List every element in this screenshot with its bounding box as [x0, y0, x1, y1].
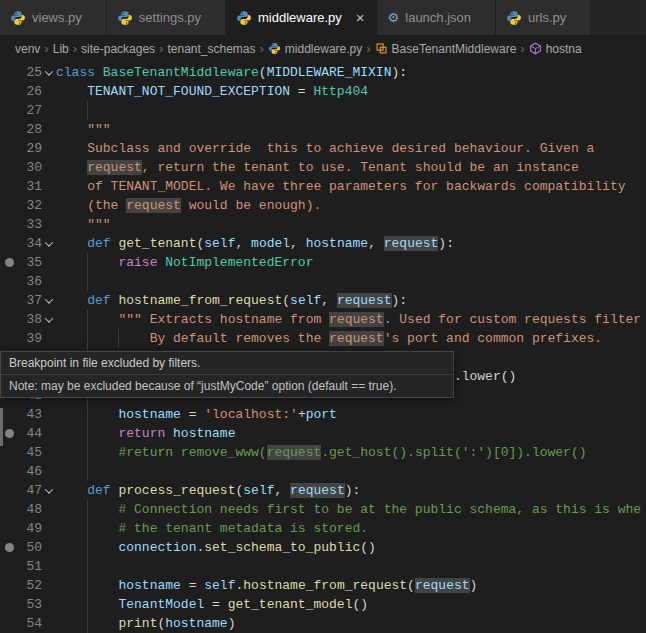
token: request: [337, 293, 392, 308]
breakpoint-gutter[interactable]: [0, 272, 18, 291]
line-number[interactable]: 49: [18, 519, 42, 538]
line-number[interactable]: 53: [18, 595, 42, 614]
line-number[interactable]: 44: [18, 424, 42, 443]
breakpoint-gutter[interactable]: [0, 481, 18, 500]
breadcrumb-item-venv[interactable]: venv: [15, 42, 40, 56]
code-text: def hostname_from_request(self, request)…: [56, 291, 646, 310]
breakpoint-gutter[interactable]: [0, 101, 18, 120]
breakpoint-gutter[interactable]: [0, 462, 18, 481]
line-number[interactable]: 34: [18, 234, 42, 253]
line-number[interactable]: 51: [18, 557, 42, 576]
token: (: [259, 65, 267, 80]
line-number[interactable]: 38: [18, 310, 42, 329]
breakpoint-gutter[interactable]: [0, 291, 18, 310]
breakpoint-gutter[interactable]: [0, 196, 18, 215]
token: MIDDLEWARE_MIXIN: [267, 65, 392, 80]
line-number[interactable]: 33: [18, 215, 42, 234]
fold-gutter: [42, 443, 56, 462]
breakpoint-icon[interactable]: [5, 543, 14, 552]
line-number[interactable]: 43: [18, 405, 42, 424]
token: [56, 540, 118, 555]
line-number[interactable]: 31: [18, 177, 42, 196]
breakpoint-gutter[interactable]: [0, 158, 18, 177]
line-number[interactable]: 29: [18, 139, 42, 158]
breakpoint-gutter[interactable]: [0, 329, 18, 348]
breakpoint-icon[interactable]: [5, 429, 14, 438]
breakpoint-gutter[interactable]: [0, 139, 18, 158]
code-line: 26 TENANT_NOT_FOUND_EXCEPTION = Http404: [0, 82, 646, 101]
line-number[interactable]: 46: [18, 462, 42, 481]
fold-gutter[interactable]: [42, 291, 56, 310]
line-number[interactable]: 39: [18, 329, 42, 348]
breakpoint-gutter[interactable]: [0, 82, 18, 101]
line-number[interactable]: 25: [18, 63, 42, 82]
token: class: [56, 65, 103, 80]
line-number[interactable]: 30: [18, 158, 42, 177]
breakpoint-gutter[interactable]: [0, 120, 18, 139]
line-number[interactable]: 35: [18, 253, 42, 272]
chevron-down-icon[interactable]: [45, 238, 53, 246]
breadcrumb-item-basetenantmiddleware[interactable]: BaseTenantMiddleware: [375, 42, 517, 56]
gutter-marker-bar: [0, 408, 3, 446]
line-number[interactable]: 37: [18, 291, 42, 310]
tab-middleware.py[interactable]: middleware.py×: [226, 0, 378, 35]
line-number[interactable]: 50: [18, 538, 42, 557]
breakpoint-gutter[interactable]: [0, 519, 18, 538]
token: # Connection needs first to be at the pu…: [118, 502, 641, 517]
breakpoint-gutter[interactable]: [0, 177, 18, 196]
code-line: 46: [0, 462, 646, 481]
breakpoint-gutter[interactable]: [0, 576, 18, 595]
breadcrumb-item-lib[interactable]: Lib: [53, 42, 69, 56]
fold-gutter: [42, 557, 56, 576]
breakpoint-gutter[interactable]: [0, 595, 18, 614]
fold-gutter: [42, 158, 56, 177]
line-number[interactable]: 28: [18, 120, 42, 139]
code-line: 33 """: [0, 215, 646, 234]
fold-gutter[interactable]: [42, 63, 56, 82]
line-number[interactable]: 47: [18, 481, 42, 500]
method-symbol-icon: [529, 42, 542, 55]
breakpoint-gutter[interactable]: [0, 538, 18, 557]
chevron-down-icon[interactable]: [45, 314, 53, 322]
code-editor[interactable]: 25class BaseTenantMiddleware(MIDDLEWARE_…: [0, 63, 646, 633]
breadcrumb-item-site-packages[interactable]: site-packages: [81, 42, 155, 56]
line-number[interactable]: 36: [18, 272, 42, 291]
line-number[interactable]: 32: [18, 196, 42, 215]
breadcrumb-item-hostna[interactable]: hostna: [529, 42, 582, 56]
line-number[interactable]: 45: [18, 443, 42, 462]
breakpoint-gutter[interactable]: [0, 614, 18, 633]
tab-urls.py[interactable]: urls.py: [496, 0, 591, 35]
line-number[interactable]: 52: [18, 576, 42, 595]
line-number[interactable]: 26: [18, 82, 42, 101]
breakpoint-gutter[interactable]: [0, 63, 18, 82]
code-text: of TENANT_MODEL. We have three parameter…: [56, 177, 646, 196]
breakpoint-gutter[interactable]: [0, 557, 18, 576]
tab-views.py[interactable]: views.py: [0, 0, 107, 35]
breakpoint-gutter[interactable]: [0, 215, 18, 234]
tab-launch.json[interactable]: ⚙launch.json: [378, 0, 496, 35]
breakpoint-gutter[interactable]: [0, 310, 18, 329]
breakpoint-gutter[interactable]: [0, 234, 18, 253]
fold-gutter[interactable]: [42, 310, 56, 329]
chevron-down-icon[interactable]: [45, 485, 53, 493]
token: [56, 407, 118, 422]
chevron-down-icon[interactable]: [45, 67, 53, 75]
fold-gutter[interactable]: [42, 481, 56, 500]
close-tab-icon[interactable]: ×: [356, 10, 365, 25]
fold-gutter[interactable]: [42, 234, 56, 253]
code-line: 34 def get_tenant(self, model, hostname,…: [0, 234, 646, 253]
breadcrumb-item-tenant-schemas[interactable]: tenant_schemas: [167, 42, 255, 56]
chevron-down-icon[interactable]: [45, 295, 53, 303]
breakpoint-gutter[interactable]: [0, 253, 18, 272]
line-number[interactable]: 54: [18, 614, 42, 633]
breadcrumb-item-middleware-py[interactable]: middleware.py: [268, 42, 362, 56]
breakpoint-icon[interactable]: [5, 258, 14, 267]
fold-gutter: [42, 595, 56, 614]
breakpoint-gutter[interactable]: [0, 500, 18, 519]
code-line: 53 TenantModel = get_tenant_model(): [0, 595, 646, 614]
code-line: 49 # the tenant metadata is stored.: [0, 519, 646, 538]
line-number[interactable]: 48: [18, 500, 42, 519]
code-line: 54 print(hostname): [0, 614, 646, 633]
tab-settings.py[interactable]: settings.py: [107, 0, 226, 35]
line-number[interactable]: 27: [18, 101, 42, 120]
